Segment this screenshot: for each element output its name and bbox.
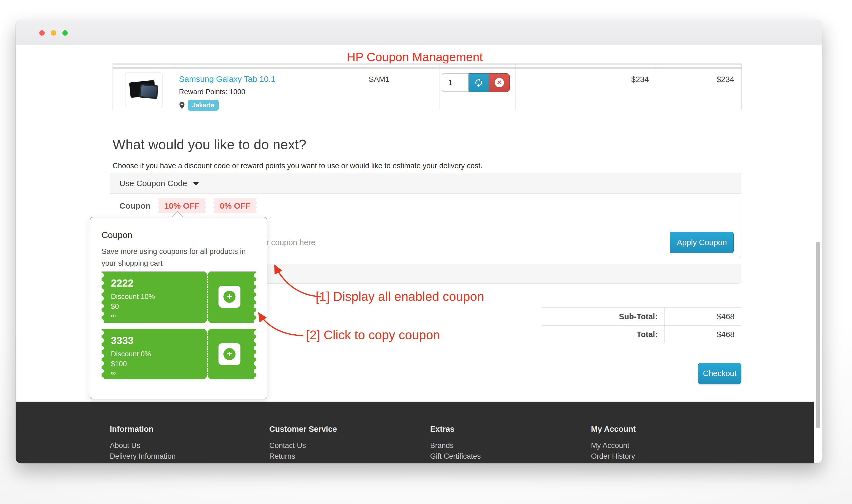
header-cell-total [656, 65, 742, 67]
footer-link[interactable]: Affiliate [430, 463, 454, 463]
model-text: SAM1 [363, 69, 439, 84]
ticket-divider [207, 331, 208, 377]
next-step-subtext: Choose if you have a discount code or re… [112, 162, 483, 170]
location-badge: Jakarta [188, 100, 219, 111]
coupon-discount: Discount 10% [111, 292, 155, 301]
total-row: Total: $468 [542, 325, 741, 343]
zoom-window-icon[interactable] [62, 30, 68, 36]
page-title: HP Coupon Management [16, 50, 814, 64]
tablet-image-shape [139, 84, 158, 99]
coupon-label: Coupon [120, 201, 150, 211]
traffic-lights [39, 30, 68, 36]
caret-down-icon [193, 182, 199, 185]
footer-heading: Customer Service [269, 425, 423, 434]
coupon-amount: $0 [111, 302, 119, 311]
header-cell-unit-price [515, 65, 656, 67]
footer-link[interactable]: Privacy Policy [110, 463, 156, 463]
product-thumbnail[interactable] [125, 72, 163, 107]
footer-heading: My Account [591, 425, 745, 434]
footer-link[interactable]: Delivery Information [110, 452, 176, 460]
subtotal-label: Sub-Total: [542, 308, 665, 325]
window-titlebar [16, 20, 822, 45]
coupon-code: 3333 [111, 335, 133, 346]
popover-title: Coupon [102, 230, 267, 240]
footer-link[interactable]: About Us [110, 442, 140, 450]
coupon-code: 2222 [111, 277, 133, 289]
product-name-link[interactable]: Samsung Galaxy Tab 10.1 [179, 74, 275, 84]
footer-heading: Information [110, 425, 264, 434]
update-quantity-button[interactable] [469, 73, 489, 92]
coupon-badge-10-off[interactable]: 10% OFF [158, 198, 206, 213]
next-step-heading: What would you like to do next? [112, 137, 306, 152]
checkout-button[interactable]: Checkout [698, 363, 741, 384]
footer-link[interactable]: Site Map [269, 463, 298, 463]
footer-column-information: Information About Us Delivery Informatio… [110, 402, 264, 463]
subtotal-row: Sub-Total: $468 [542, 308, 741, 325]
coupon-card-2222[interactable]: 2222 Discount 10% $0 ∞ + [102, 271, 256, 323]
header-cell-quantity [439, 65, 515, 67]
line-total-text: $234 [656, 69, 741, 84]
browser-window: HP Coupon Management Samsung Galaxy Tab … [16, 20, 822, 463]
model-cell: SAM1 [363, 69, 439, 110]
minimize-window-icon[interactable] [51, 30, 56, 36]
line-total-cell: $234 [656, 69, 742, 110]
remove-icon: ✕ [495, 78, 504, 87]
copy-coupon-button[interactable]: + [218, 286, 240, 308]
coupon-popover: Coupon Save more using coupons for all p… [90, 217, 267, 399]
refresh-icon [474, 78, 484, 88]
footer-link[interactable]: Brands [430, 442, 454, 450]
plus-icon: + [223, 348, 236, 360]
header-cell-model [363, 65, 439, 67]
coupon-discount: Discount 0% [111, 350, 151, 358]
coupon-limit: ∞ [111, 311, 116, 320]
plus-icon: + [223, 291, 236, 303]
ticket-divider [207, 274, 208, 321]
use-coupon-code-label: Use Coupon Code [120, 179, 187, 188]
vertical-scrollbar-thumb[interactable] [816, 241, 820, 428]
quantity-input[interactable] [442, 73, 469, 92]
product-info-cell: Samsung Galaxy Tab 10.1 Reward Points: 1… [175, 69, 363, 110]
popover-description: Save more using coupons for all products… [102, 246, 254, 269]
cart-table: Samsung Galaxy Tab 10.1 Reward Points: 1… [112, 64, 742, 110]
total-value: $468 [665, 326, 741, 343]
apply-coupon-button[interactable]: Apply Coupon [670, 232, 734, 253]
product-image-cell [112, 69, 175, 110]
use-coupon-code-header[interactable]: Use Coupon Code [110, 173, 741, 194]
quantity-cell: ✕ [439, 69, 515, 110]
footer-link[interactable]: Returns [269, 452, 295, 460]
subtotal-value: $468 [665, 308, 741, 325]
coupon-badge-0-off[interactable]: 0% OFF [213, 198, 257, 213]
remove-item-button[interactable]: ✕ [489, 73, 510, 92]
coupon-amount: $100 [111, 360, 127, 368]
cart-row: Samsung Galaxy Tab 10.1 Reward Points: 1… [112, 69, 742, 110]
footer-link[interactable]: Contact Us [269, 442, 306, 450]
header-cell-name [175, 65, 363, 67]
footer-link[interactable]: Gift Certificates [430, 452, 481, 460]
copy-coupon-button[interactable]: + [218, 343, 240, 365]
footer-link[interactable]: Wish List [591, 463, 621, 463]
coupon-card-3333[interactable]: 3333 Discount 0% $100 ∞ + [102, 329, 256, 379]
location-pin-icon [179, 102, 185, 109]
unit-price-text: $234 [516, 69, 656, 84]
cart-table-header [112, 64, 742, 69]
total-label: Total: [542, 326, 665, 343]
annotation-click-to-copy: [2] Click to copy coupon [306, 327, 440, 342]
header-cell-image [112, 65, 175, 67]
close-window-icon[interactable] [39, 30, 45, 36]
totals-table: Sub-Total: $468 Total: $468 [542, 307, 741, 343]
footer-link[interactable]: My Account [591, 442, 629, 450]
coupon-code-input[interactable] [225, 232, 670, 253]
annotation-display-all-coupons: [1] Display all enabled coupon [316, 289, 484, 304]
footer-link[interactable]: Order History [591, 452, 635, 460]
footer-column-extras: Extras Brands Gift Certificates Affiliat… [430, 402, 584, 463]
reward-points-text: Reward Points: 1000 [179, 88, 363, 96]
footer-heading: Extras [430, 425, 584, 434]
footer-column-my-account: My Account My Account Order History Wish… [591, 402, 745, 463]
footer-column-customer-service: Customer Service Contact Us Returns Site… [269, 402, 423, 463]
unit-price-cell: $234 [515, 69, 656, 110]
coupon-limit: ∞ [111, 369, 116, 377]
footer: Information About Us Delivery Informatio… [16, 402, 814, 463]
